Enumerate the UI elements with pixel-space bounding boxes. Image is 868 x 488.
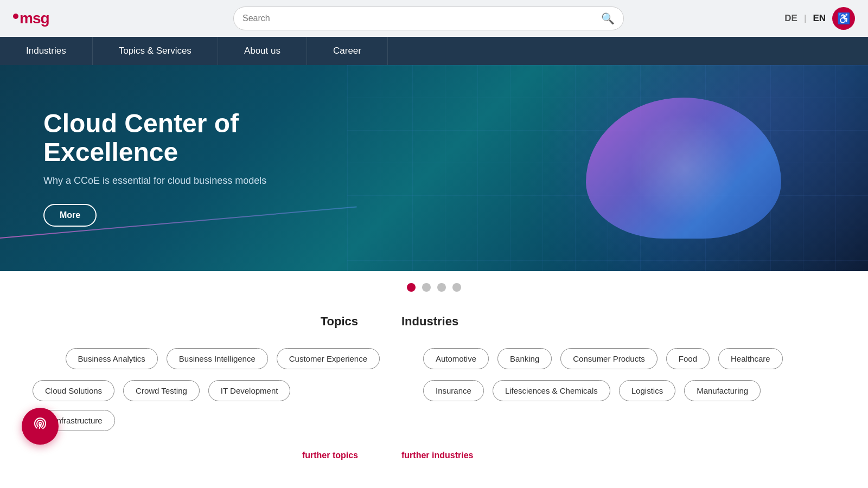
carousel-dot-4[interactable] (452, 283, 461, 292)
tags-section: Topics Industries Business Analytics Bus… (0, 304, 868, 488)
hero-cloud-illustration (553, 81, 814, 255)
hero-subtitle: Why a CCoE is essential for cloud busine… (43, 175, 336, 187)
carousel-dots (0, 271, 868, 304)
nav-label-career: Career (333, 46, 361, 56)
fingerprint-icon (31, 416, 49, 437)
tag-food[interactable]: Food (666, 348, 710, 369)
search-bar: 🔍 (233, 7, 624, 30)
cloud-people-graphic (629, 114, 738, 222)
section-headers: Topics Industries (33, 314, 835, 329)
hero-more-button[interactable]: More (43, 204, 97, 227)
nav-label-industries: Industries (26, 46, 66, 56)
tag-insurance[interactable]: Insurance (423, 380, 484, 401)
accessibility-icon: ♿ (837, 12, 851, 25)
logo[interactable]: msg (13, 10, 89, 27)
tag-lifesciences-chemicals[interactable]: Lifesciences & Chemicals (493, 380, 610, 401)
further-industries-link[interactable]: further industries (401, 451, 473, 460)
lang-separator: | (804, 13, 806, 24)
carousel-dot-3[interactable] (437, 283, 446, 292)
lang-de-button[interactable]: DE (784, 13, 797, 24)
nav-item-topics-services[interactable]: Topics & Services (93, 37, 218, 65)
nav-item-about-us[interactable]: About us (218, 37, 307, 65)
lang-en-button[interactable]: EN (813, 13, 826, 24)
header-right: DE | EN ♿ (768, 7, 855, 30)
tag-banking[interactable]: Banking (497, 348, 552, 369)
hero-section: Cloud Center of Excellence Why a CCoE is… (0, 65, 868, 271)
tag-automotive[interactable]: Automotive (423, 348, 489, 369)
fingerprint-button[interactable] (22, 408, 59, 445)
tag-logistics[interactable]: Logistics (619, 380, 675, 401)
search-input[interactable] (242, 14, 601, 23)
cloud-shape (586, 98, 781, 239)
hero-content: Cloud Center of Excellence Why a CCoE is… (0, 110, 380, 227)
further-topics-container: further topics (54, 451, 401, 460)
tag-business-intelligence[interactable]: Business Intelligence (167, 348, 268, 369)
tag-healthcare[interactable]: Healthcare (718, 348, 783, 369)
carousel-dot-1[interactable] (407, 283, 416, 292)
further-industries-container: further industries (401, 451, 814, 460)
logo-text: msg (20, 10, 49, 27)
accessibility-button[interactable]: ♿ (832, 7, 855, 30)
tag-manufacturing[interactable]: Manufacturing (684, 380, 761, 401)
nav-label-topics-services: Topics & Services (119, 46, 192, 56)
tag-consumer-products[interactable]: Consumer Products (560, 348, 658, 369)
topics-row-2: Cloud Solutions Crowd Testing IT Develop… (33, 380, 380, 431)
tag-crowd-testing[interactable]: Crowd Testing (123, 380, 200, 401)
topics-group: Business Analytics Business Intelligence… (33, 348, 423, 431)
industries-row-2: Insurance Lifesciences & Chemicals Logis… (423, 380, 761, 401)
hero-title: Cloud Center of Excellence (43, 110, 336, 167)
search-icon[interactable]: 🔍 (601, 12, 615, 25)
logo-dot (13, 14, 18, 19)
further-links: further topics further industries (33, 451, 835, 460)
nav-item-career[interactable]: Career (307, 37, 388, 65)
main-nav: Industries Topics & Services About us Ca… (0, 37, 868, 65)
tags-container: Business Analytics Business Intelligence… (33, 348, 835, 431)
industries-group: Automotive Banking Consumer Products Foo… (423, 348, 835, 431)
industries-section-label: Industries (401, 314, 814, 329)
further-topics-link[interactable]: further topics (302, 451, 358, 460)
header: msg 🔍 DE | EN ♿ (0, 0, 868, 37)
tag-customer-experience[interactable]: Customer Experience (277, 348, 380, 369)
nav-item-industries[interactable]: Industries (0, 37, 93, 65)
industries-row-1: Automotive Banking Consumer Products Foo… (423, 348, 783, 369)
tag-it-development[interactable]: IT Development (208, 380, 291, 401)
tag-cloud-solutions[interactable]: Cloud Solutions (33, 380, 114, 401)
nav-label-about-us: About us (244, 46, 280, 56)
topics-row-1: Business Analytics Business Intelligence… (66, 348, 380, 369)
carousel-dot-2[interactable] (422, 283, 431, 292)
tag-business-analytics[interactable]: Business Analytics (66, 348, 158, 369)
topics-section-label: Topics (54, 314, 401, 329)
